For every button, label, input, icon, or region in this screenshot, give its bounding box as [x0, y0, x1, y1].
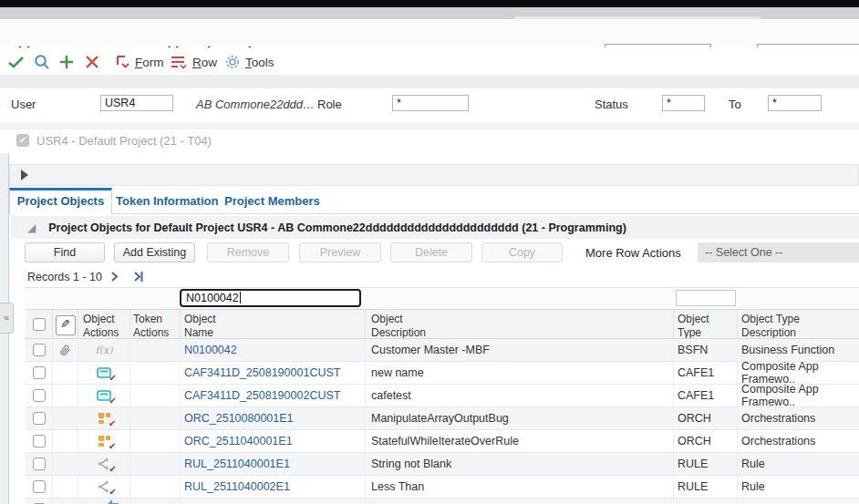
check-icon — [7, 55, 26, 69]
ok-button[interactable] — [7, 54, 26, 70]
row-menu-icon — [170, 55, 188, 70]
object-description: Less Than — [366, 476, 674, 498]
tab-project-objects-label: Project Objects — [17, 194, 104, 208]
row-checkbox[interactable] — [33, 412, 46, 425]
row-checkbox[interactable] — [33, 435, 46, 447]
object-type: RULE — [674, 453, 738, 475]
form-menu[interactable]: Form — [113, 54, 164, 70]
header-cell-object-type[interactable]: Object Type — [674, 310, 738, 338]
object-name-link[interactable]: N0100042 — [184, 344, 237, 356]
collapse-panel-tab[interactable]: « — [0, 303, 14, 334]
section-title: Project Objects for Default Project USR4… — [48, 221, 626, 234]
object-name-link[interactable]: CAF3411D_2508190001CUST — [184, 366, 340, 379]
select-all-checkbox[interactable] — [33, 318, 46, 331]
form-menu-label: Form — [135, 56, 164, 69]
orchestration-icon[interactable]: ✔ — [98, 412, 111, 425]
header-cell-object-description[interactable]: Object Description — [366, 310, 674, 338]
close-button[interactable] — [85, 54, 99, 70]
qbe-object-name-input[interactable]: N0100042 — [180, 289, 361, 307]
business-function-icon[interactable]: f(x) — [96, 345, 113, 356]
top-gray-bar — [0, 7, 859, 19]
object-description: Customer Master -MBF — [366, 339, 674, 361]
next-page-button[interactable] — [110, 270, 119, 286]
object-name-link[interactable]: CAF3411D_2508190002CUST — [184, 389, 340, 402]
row-checkbox[interactable] — [33, 480, 46, 493]
status-to-input[interactable] — [768, 95, 822, 111]
find-button-icon[interactable] — [34, 54, 50, 70]
table-row: f(x) N0100042 Customer Master -MBF BSFN … — [26, 339, 859, 362]
object-type: ORCH — [674, 407, 738, 429]
rule-icon[interactable]: ✔ — [97, 458, 111, 470]
object-type-description: Composite App Framewo.. — [738, 362, 859, 384]
find-button[interactable]: Find — [25, 242, 105, 262]
status-from-input[interactable] — [662, 95, 705, 111]
remove-button: Remove — [207, 242, 289, 262]
edit-grid-icon[interactable]: ✎ — [56, 315, 76, 335]
last-page-button[interactable] — [133, 270, 145, 286]
text-cursor — [240, 292, 242, 303]
more-row-actions-label: More Row Actions — [585, 246, 681, 260]
table-row: ✔ ORC_2510080001E1 ManipulateArrayOutput… — [26, 407, 859, 430]
object-name-link[interactable]: RUL_2511040002E1 — [184, 480, 290, 493]
section-header[interactable]: ◢ Project Objects for Default Project US… — [11, 216, 859, 239]
row-actions-select[interactable]: -- Select One -- — [698, 242, 859, 262]
orchestration-icon[interactable]: ✔ — [98, 435, 111, 447]
chevron-last-icon — [133, 271, 145, 283]
row-checkbox[interactable] — [33, 366, 46, 379]
tab-project-objects[interactable]: Project Objects — [9, 188, 112, 214]
row-checkbox[interactable] — [33, 389, 46, 402]
checked-out-icon: ✔ — [109, 419, 116, 428]
add-button[interactable] — [58, 54, 75, 70]
collapse-triangle-icon[interactable]: ◢ — [27, 221, 36, 234]
cross-reference-icon[interactable] — [105, 499, 119, 504]
to-label: To — [729, 98, 741, 111]
project-label: USR4 - Default Project (21 - T04) — [36, 134, 212, 148]
search-icon — [34, 54, 50, 70]
form-toolbar: Form Row Tools — [0, 47, 859, 76]
user-input[interactable] — [100, 95, 173, 111]
row-checkbox[interactable] — [33, 458, 46, 470]
title-bar: Object Management Workbench - Web Person… — [0, 19, 859, 48]
table-row: ✔ ORC_2511040001E1 StatefulWhileIterateO… — [26, 430, 859, 453]
attachment-paperclip-icon[interactable] — [57, 341, 74, 359]
checked-out-icon: ✔ — [109, 488, 117, 497]
preview-button: Preview — [299, 242, 381, 262]
object-type-description: Rule — [738, 453, 859, 475]
object-name-link[interactable]: ORC_2511040001E1 — [184, 435, 293, 447]
composite-app-icon[interactable]: ✔ — [97, 367, 111, 379]
header-cell-object-name[interactable]: Object Name — [181, 310, 366, 338]
user-label: User — [11, 98, 36, 111]
top-black-bar — [0, 0, 859, 7]
object-name-link[interactable]: ORC_2510080001E1 — [184, 412, 294, 425]
object-name-link[interactable]: RUL_2511040001E1 — [184, 458, 290, 470]
tools-menu[interactable]: Tools — [224, 54, 274, 70]
expand-row[interactable] — [9, 164, 859, 186]
row-menu[interactable]: Row — [170, 54, 217, 70]
chevron-right-icon — [110, 271, 119, 283]
add-existing-button[interactable]: Add Existing — [114, 242, 195, 262]
rule-icon[interactable]: ✔ — [97, 480, 111, 493]
object-type-description: Orchestrations — [738, 407, 859, 429]
row-checkbox[interactable] — [33, 344, 46, 356]
table-row — [26, 499, 859, 504]
qbe-object-type-input[interactable] — [676, 290, 736, 306]
object-type: CAFE1 — [674, 385, 738, 406]
header-cell-object-type-description[interactable]: Object Type Description — [738, 310, 859, 338]
header-cell-select — [26, 310, 53, 338]
object-type-description: Composite App Framewo.. — [738, 385, 859, 406]
tab-token-information[interactable]: Token Information — [116, 194, 218, 208]
object-description: String not Blank — [366, 453, 674, 475]
composite-app-icon[interactable]: ✔ — [97, 390, 111, 402]
tools-menu-label: Tools — [245, 56, 274, 69]
tab-project-members[interactable]: Project Members — [224, 194, 320, 208]
object-description: new name — [366, 362, 674, 384]
object-description: StatefulWhileIterateOverRule — [366, 430, 674, 452]
checked-out-icon: ✔ — [109, 396, 117, 406]
qbe-row: N0100042 — [25, 287, 859, 310]
records-count: Records 1 - 10 — [27, 271, 102, 283]
user-description: AB Commone22ddd… — [196, 98, 315, 111]
checked-out-icon: ✔ — [109, 374, 117, 383]
spacer-band — [0, 75, 859, 88]
role-input[interactable] — [392, 95, 469, 111]
expand-arrow-icon[interactable] — [21, 170, 28, 180]
